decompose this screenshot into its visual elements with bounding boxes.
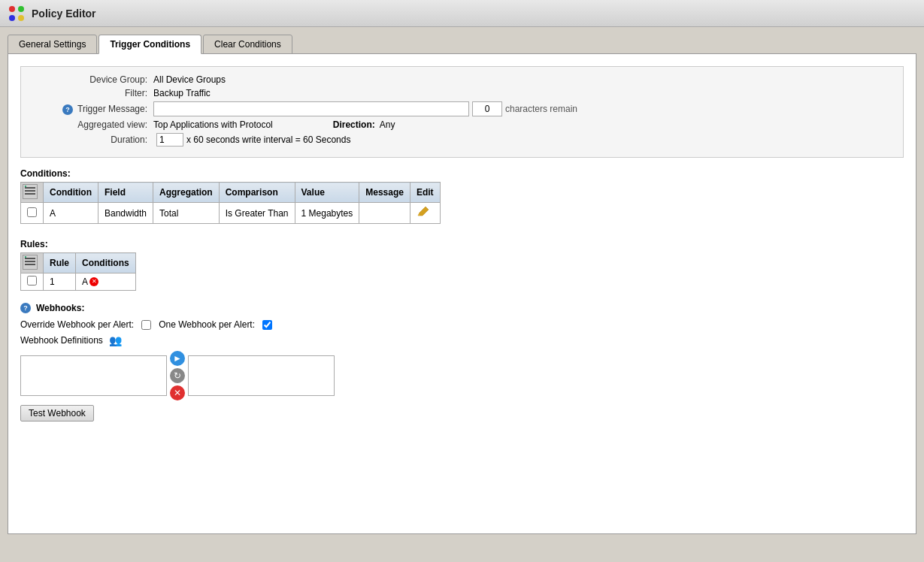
info-section: Device Group: All Device Groups Filter: … <box>20 66 904 158</box>
webhook-list-left[interactable] <box>20 355 167 396</box>
remove-condition-badge[interactable]: ✕ <box>89 277 98 286</box>
rule-row: 1 A ✕ <box>21 273 136 291</box>
svg-rect-4 <box>25 187 35 189</box>
trigger-msg-input[interactable] <box>153 101 469 116</box>
condition-row: A Bandwidth Total Is Greater Than 1 Mega… <box>21 203 441 224</box>
webhook-remove-button[interactable]: ✕ <box>170 385 185 400</box>
webhooks-help-icon: ? <box>20 303 31 313</box>
webhook-lists: ► ↻ ✕ <box>20 351 904 400</box>
device-group-value: All Device Groups <box>153 74 226 85</box>
condition-badge-label: A <box>82 276 88 287</box>
one-per-checkbox[interactable] <box>262 320 272 330</box>
webhook-override-row: Override Webhook per Alert: One Webhook … <box>20 319 904 330</box>
rule-number-cell: 1 <box>44 273 76 291</box>
rule-checkbox-cell <box>21 273 44 291</box>
duration-input[interactable] <box>156 133 183 147</box>
svg-rect-7 <box>25 186 26 187</box>
condition-message-cell <box>359 203 410 224</box>
conditions-col-select <box>21 183 44 203</box>
tab-general-settings[interactable]: General Settings <box>8 35 97 54</box>
condition-name-cell: A <box>44 203 98 224</box>
trigger-msg-row: ? Trigger Message: characters remain <box>33 101 891 116</box>
condition-edit-cell <box>410 203 440 224</box>
condition-aggregation-cell: Total <box>153 203 220 224</box>
conditions-col-aggregation: Aggregation <box>153 183 220 203</box>
webhooks-heading: ? Webhooks: <box>20 303 904 313</box>
condition-checkbox[interactable] <box>27 207 37 217</box>
svg-point-3 <box>18 15 24 21</box>
conditions-col-edit: Edit <box>410 183 440 203</box>
aggregated-row: Aggregated view: Top Applications with P… <box>33 119 891 130</box>
rules-heading: Rules: <box>20 239 904 249</box>
condition-checkbox-cell <box>21 203 44 224</box>
rules-col-select <box>21 253 44 273</box>
svg-point-0 <box>9 6 15 12</box>
webhook-move-button[interactable]: ↻ <box>170 368 185 383</box>
one-per-label: One Webhook per Alert: <box>159 319 255 330</box>
filter-label: Filter: <box>33 88 153 98</box>
conditions-col-condition: Condition <box>44 183 98 203</box>
direction-label: Direction: <box>333 119 375 130</box>
conditions-table: Condition Field Aggregation Comparison V… <box>20 182 441 224</box>
tab-trigger-conditions[interactable]: Trigger Conditions <box>98 35 201 54</box>
device-group-row: Device Group: All Device Groups <box>33 74 891 85</box>
rules-table: Rule Conditions 1 A ✕ <box>20 252 136 291</box>
chars-count-input[interactable] <box>472 101 502 116</box>
help-icon: ? <box>62 104 73 115</box>
webhooks-section: ? Webhooks: Override Webhook per Alert: … <box>20 303 904 422</box>
condition-badge: A ✕ <box>82 276 98 287</box>
rule-conditions-cell: A ✕ <box>76 273 136 291</box>
override-label: Override Webhook per Alert: <box>20 319 134 330</box>
svg-rect-5 <box>25 190 35 192</box>
conditions-col-comparison: Comparison <box>219 183 295 203</box>
people-icon: 👥 <box>109 334 122 346</box>
webhook-add-button[interactable]: ► <box>170 351 185 366</box>
edit-pencil-icon[interactable] <box>417 205 430 219</box>
conditions-col-message: Message <box>359 183 410 203</box>
rules-header-icon[interactable] <box>23 255 38 270</box>
duration-suffix: x 60 seconds write interval = 60 Seconds <box>186 134 350 145</box>
direction-value: Any <box>380 119 395 130</box>
override-checkbox[interactable] <box>141 320 151 330</box>
test-webhook-button[interactable]: Test Webhook <box>20 405 94 422</box>
svg-rect-8 <box>25 258 35 259</box>
webhook-defs-row: Webhook Definitions 👥 <box>20 334 904 346</box>
webhook-list-right[interactable] <box>188 355 335 396</box>
tab-bar: General Settings Trigger Conditions Clea… <box>8 35 916 54</box>
svg-point-2 <box>9 15 15 21</box>
chars-remain-label: characters remain <box>505 104 577 114</box>
aggregated-label: Aggregated view: <box>33 119 153 130</box>
svg-rect-11 <box>25 256 26 258</box>
conditions-col-field: Field <box>98 183 153 203</box>
webhook-controls: ► ↻ ✕ <box>170 351 185 400</box>
webhook-defs-label: Webhook Definitions <box>20 335 103 346</box>
tab-clear-conditions[interactable]: Clear Conditions <box>203 35 292 54</box>
svg-rect-9 <box>25 261 35 262</box>
content-panel: Device Group: All Device Groups Filter: … <box>8 53 916 534</box>
app-title: Policy Editor <box>32 8 96 20</box>
rule-checkbox[interactable] <box>27 276 37 286</box>
svg-point-1 <box>18 6 24 12</box>
filter-value: Backup Traffic <box>153 88 211 98</box>
condition-value-cell: 1 Megabytes <box>295 203 359 224</box>
conditions-header-icon[interactable] <box>23 184 38 199</box>
aggregated-value: Top Applications with Protocol <box>153 119 273 130</box>
duration-row: Duration: x 60 seconds write interval = … <box>33 133 891 147</box>
filter-row: Filter: Backup Traffic <box>33 88 891 98</box>
condition-field-cell: Bandwidth <box>98 203 153 224</box>
rules-col-conditions: Conditions <box>76 253 136 273</box>
conditions-heading: Conditions: <box>20 168 904 179</box>
rules-col-rule: Rule <box>44 253 76 273</box>
main-area: General Settings Trigger Conditions Clea… <box>0 27 924 562</box>
rules-section: Rules: <box>20 239 904 291</box>
device-group-label: Device Group: <box>33 74 153 85</box>
app-icon <box>8 5 26 23</box>
webhooks-title: Webhooks: <box>36 303 84 313</box>
trigger-msg-label: ? Trigger Message: <box>33 104 153 115</box>
title-bar: Policy Editor <box>0 0 924 27</box>
conditions-col-value: Value <box>295 183 359 203</box>
condition-comparison-cell: Is Greater Than <box>219 203 295 224</box>
svg-rect-6 <box>25 193 35 195</box>
svg-rect-10 <box>25 264 35 265</box>
duration-label: Duration: <box>33 134 153 145</box>
